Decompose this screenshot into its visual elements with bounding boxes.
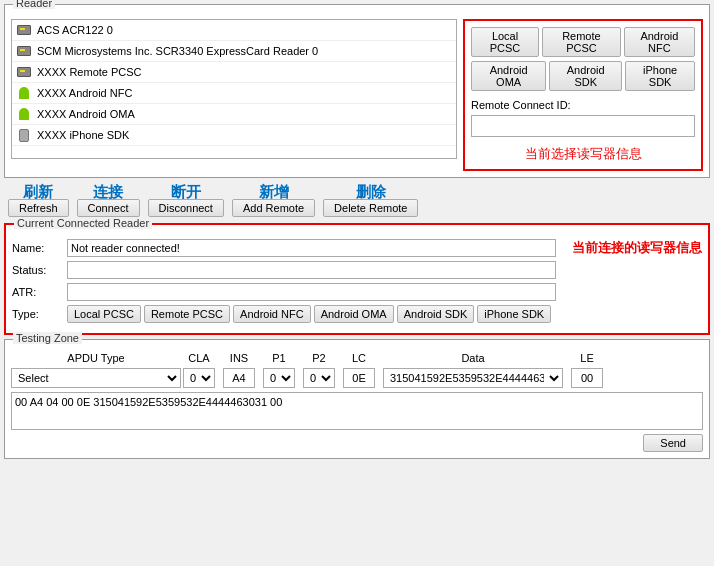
- action-cn-label: 新增: [259, 184, 289, 199]
- list-item[interactable]: XXXX Android OMA: [12, 104, 456, 125]
- action-btn-group-disconnect: 断开Disconnect: [148, 184, 224, 217]
- lc-input[interactable]: [343, 368, 375, 388]
- list-item[interactable]: XXXX iPhone SDK: [12, 125, 456, 146]
- name-label: Name:: [12, 242, 67, 254]
- send-button[interactable]: Send: [643, 434, 703, 452]
- header-p2: P2: [303, 352, 335, 364]
- action-btn-connect[interactable]: Connect: [77, 199, 140, 217]
- type-btn-iphone-sdk[interactable]: iPhone SDK: [477, 305, 551, 323]
- btn-remote-pcsc[interactable]: Remote PCSC: [542, 27, 621, 57]
- btn-android-sdk[interactable]: Android SDK: [549, 61, 622, 91]
- btn-iphone-sdk[interactable]: iPhone SDK: [625, 61, 695, 91]
- status-input[interactable]: [67, 261, 556, 279]
- header-lc: LC: [343, 352, 375, 364]
- reader-icon: [16, 43, 32, 59]
- type-btn-android-nfc[interactable]: Android NFC: [233, 305, 311, 323]
- type-btn-remote-pcsc[interactable]: Remote PCSC: [144, 305, 230, 323]
- cla-select[interactable]: 00: [183, 368, 215, 388]
- type-btn-android-oma[interactable]: Android OMA: [314, 305, 394, 323]
- action-btn-group-add-remote: 新增Add Remote: [232, 184, 315, 217]
- remote-connect-id-label: Remote Connect ID:: [471, 99, 695, 111]
- list-item[interactable]: XXXX Android NFC: [12, 83, 456, 104]
- btn-android-oma[interactable]: Android OMA: [471, 61, 546, 91]
- action-btn-disconnect[interactable]: Disconnect: [148, 199, 224, 217]
- action-btn-refresh[interactable]: Refresh: [8, 199, 69, 217]
- btn-android-nfc[interactable]: Android NFC: [624, 27, 695, 57]
- apdu-type-select[interactable]: Select: [11, 368, 181, 388]
- reader-icon: [16, 106, 32, 122]
- remote-connect-id-input[interactable]: [471, 115, 695, 137]
- action-cn-label: 断开: [171, 184, 201, 199]
- reader-icon: [16, 22, 32, 38]
- type-btn-android-sdk[interactable]: Android SDK: [397, 305, 475, 323]
- reader-item-label: XXXX Android NFC: [37, 87, 132, 99]
- ins-input[interactable]: [223, 368, 255, 388]
- connected-annotation: 当前连接的读写器信息: [572, 239, 702, 257]
- action-btn-group-delete-remote: 删除Delete Remote: [323, 184, 418, 217]
- action-cn-label: 刷新: [23, 184, 53, 199]
- atr-input[interactable]: [67, 283, 556, 301]
- list-item[interactable]: ACS ACR122 0: [12, 20, 456, 41]
- action-btn-delete-remote[interactable]: Delete Remote: [323, 199, 418, 217]
- reader-list[interactable]: ACS ACR122 0SCM Microsystems Inc. SCR334…: [11, 19, 457, 159]
- reader-icon: [16, 127, 32, 143]
- list-item[interactable]: XXXX Remote PCSC: [12, 62, 456, 83]
- connected-reader-group: Current Connected Reader Name: Status: A…: [4, 223, 710, 335]
- reader-type-row1: Local PCSC Remote PCSC Android NFC: [471, 27, 695, 57]
- header-data: Data: [383, 352, 563, 364]
- testing-group-title: Testing Zone: [13, 332, 82, 344]
- action-buttons-row: 刷新Refresh连接Connect断开Disconnect新增Add Remo…: [4, 182, 710, 219]
- header-p1: P1: [263, 352, 295, 364]
- reader-item-label: XXXX Android OMA: [37, 108, 135, 120]
- send-row: Send: [11, 434, 703, 452]
- action-btn-group-refresh: 刷新Refresh: [8, 184, 69, 217]
- reader-icon: [16, 85, 32, 101]
- action-btn-group-connect: 连接Connect: [77, 184, 140, 217]
- header-cla: CLA: [183, 352, 215, 364]
- reader-icon: [16, 64, 32, 80]
- apdu-header-row: APDU Type CLA INS P1 P2 LC Data LE: [11, 352, 703, 364]
- reader-item-label: SCM Microsystems Inc. SCR3340 ExpressCar…: [37, 45, 318, 57]
- connected-group-title: Current Connected Reader: [14, 217, 152, 229]
- le-input[interactable]: [571, 368, 603, 388]
- reader-item-label: ACS ACR122 0: [37, 24, 113, 36]
- reader-item-label: XXXX iPhone SDK: [37, 129, 129, 141]
- action-cn-label: 删除: [356, 184, 386, 199]
- reader-group-title: Reader: [13, 0, 55, 9]
- apdu-result: 00 A4 04 00 0E 315041592E5359532E4444463…: [11, 392, 703, 430]
- btn-local-pcsc[interactable]: Local PCSC: [471, 27, 539, 57]
- action-cn-label: 连接: [93, 184, 123, 199]
- p1-select[interactable]: 04: [263, 368, 295, 388]
- data-select[interactable]: 315041592E5359532E4444463031: [383, 368, 563, 388]
- apdu-input-row: Select 00 04 00 315041592: [11, 368, 703, 388]
- header-le: LE: [571, 352, 603, 364]
- p2-select[interactable]: 00: [303, 368, 335, 388]
- atr-label: ATR:: [12, 286, 67, 298]
- reader-type-row2: Android OMA Android SDK iPhone SDK: [471, 61, 695, 91]
- header-ins: INS: [223, 352, 255, 364]
- reader-right-panel: Local PCSC Remote PCSC Android NFC Andro…: [463, 19, 703, 171]
- reader-annotation: 当前选择读写器信息: [471, 145, 695, 163]
- header-apdu-type: APDU Type: [11, 352, 181, 364]
- type-label: Type:: [12, 308, 67, 320]
- action-btn-add-remote[interactable]: Add Remote: [232, 199, 315, 217]
- type-btn-local-pcsc[interactable]: Local PCSC: [67, 305, 141, 323]
- reader-item-label: XXXX Remote PCSC: [37, 66, 142, 78]
- type-buttons-row: Local PCSCRemote PCSCAndroid NFCAndroid …: [67, 305, 551, 323]
- status-label: Status:: [12, 264, 67, 276]
- list-item[interactable]: SCM Microsystems Inc. SCR3340 ExpressCar…: [12, 41, 456, 62]
- name-input[interactable]: [67, 239, 556, 257]
